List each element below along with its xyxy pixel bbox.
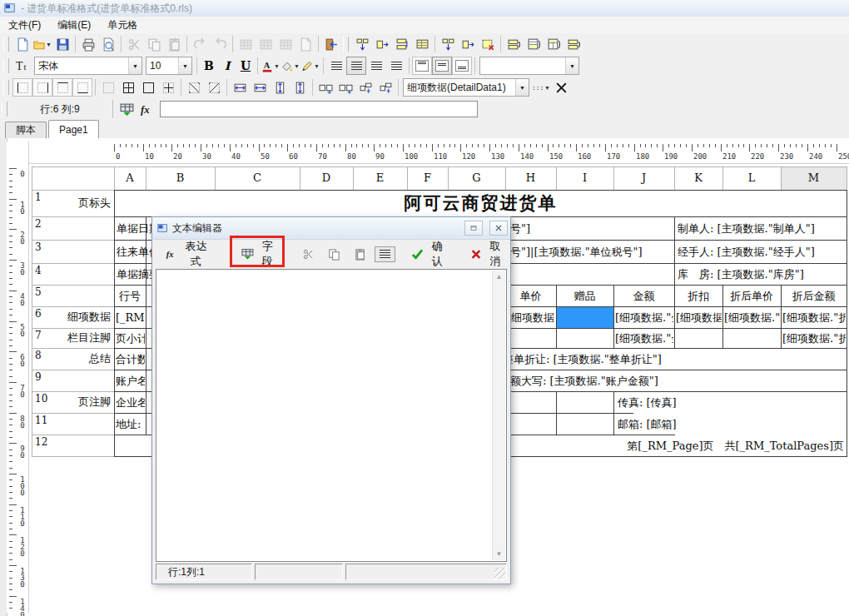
- column-header-a[interactable]: A: [114, 166, 146, 190]
- ruler-tick: [218, 144, 219, 147]
- column-header-d[interactable]: D: [300, 166, 353, 190]
- cell-amount-in-words[interactable]: 金额大写: [主项数据."账户金额"]: [499, 370, 842, 391]
- column-header-c[interactable]: C: [215, 166, 300, 190]
- cell-detail-price[interactable]: [细项数据."单价"]: [507, 307, 555, 328]
- ruler-tick: [593, 144, 594, 147]
- col-title-lineno[interactable]: 行号: [114, 286, 146, 306]
- ruler-tick: [177, 144, 178, 147]
- cell-fax[interactable]: 传真: [传真]: [618, 392, 842, 413]
- cell-report-title[interactable]: 阿可云商贸进货单: [115, 191, 847, 216]
- column-header-i[interactable]: I: [556, 166, 613, 190]
- dialog-paste-button[interactable]: [349, 245, 371, 264]
- ruler-label: 7 0: [17, 385, 27, 398]
- cell-detail-amount[interactable]: [细项数据."金额"]: [615, 307, 673, 328]
- ruler-tick: [755, 144, 756, 147]
- cell-doc-no-tail[interactable]: 号"]: [510, 217, 560, 240]
- ruler-tick: [796, 144, 797, 147]
- ruler-tick: [9, 291, 17, 291]
- ruler-tick: [9, 345, 12, 346]
- cell-detail-disc-price[interactable]: [细项数据."折后单价"]: [724, 307, 780, 328]
- ruler-tick: [9, 431, 12, 432]
- scroll-down-icon[interactable]: ▼: [496, 548, 503, 560]
- ruler-tick: [305, 144, 305, 147]
- ruler-tick: [9, 450, 12, 450]
- ruler-label: 1 1 0: [17, 507, 27, 527]
- ruler-label: 120: [462, 152, 475, 161]
- col-title-price[interactable]: 单价: [506, 286, 555, 306]
- cell-detail-discount[interactable]: [细项数据."折扣"]: [676, 307, 722, 328]
- ruler-tick: [743, 144, 744, 147]
- col-title-disc-price[interactable]: 折后单价: [723, 286, 780, 306]
- row-header-number[interactable]: 2: [35, 218, 42, 230]
- cell-taxno-tail[interactable]: 号"]|[主项数据."单位税号"]: [510, 241, 673, 263]
- row-header-number[interactable]: 4: [35, 265, 42, 276]
- cell-detail-disc-amount[interactable]: [细项数据."折后金额"]: [782, 307, 846, 328]
- ruler-tick: [9, 278, 12, 279]
- ruler-label: 40: [231, 152, 241, 161]
- ruler-label: 190: [664, 152, 678, 161]
- col-title-disc-amount[interactable]: 折后金额: [782, 286, 846, 306]
- cell-subtotal-disc-amount[interactable]: [细项数据."折后金额"]: [782, 329, 846, 348]
- header-grid-line: [32, 263, 114, 264]
- row-header-number[interactable]: 3: [35, 241, 42, 253]
- ruler-tick: [576, 144, 577, 152]
- ruler-tick: [287, 144, 288, 152]
- col-title-discount[interactable]: 折扣: [675, 286, 722, 306]
- dialog-copy-button[interactable]: [323, 245, 345, 264]
- column-header-f[interactable]: F: [407, 166, 448, 190]
- row-header-number[interactable]: 5: [35, 286, 42, 298]
- confirm-button[interactable]: 确认: [406, 236, 452, 272]
- ruler-label: 180: [636, 152, 649, 161]
- col-title-gift[interactable]: 赠品: [557, 286, 613, 306]
- column-header-h[interactable]: H: [505, 166, 556, 190]
- cell-email[interactable]: 邮箱: [邮箱]: [618, 414, 842, 435]
- cell-subtotal-amount[interactable]: [细项数据."金额"]: [615, 329, 673, 348]
- ruler-tick: [519, 144, 519, 152]
- cell-whole-discount[interactable]: 整单折让: [主项数据."整单折让"]: [503, 349, 844, 370]
- ruler-tick: [9, 272, 12, 273]
- ruler-label: 1 0: [17, 201, 27, 215]
- editor-textarea[interactable]: ▲ ▼: [156, 269, 507, 562]
- row-header-number[interactable]: 12: [35, 436, 47, 448]
- ruler-label: 9 0: [17, 445, 27, 459]
- ruler-tick: [9, 529, 12, 529]
- dialog-align-button[interactable]: [375, 246, 395, 262]
- column-header-g[interactable]: G: [448, 166, 505, 190]
- ruler-label: 220: [751, 152, 764, 161]
- ruler-tick: [9, 541, 12, 542]
- ruler-tick: [137, 144, 138, 147]
- dialog-cut-button[interactable]: [297, 245, 320, 264]
- cancel-button[interactable]: 取消: [465, 236, 510, 272]
- column-header-b[interactable]: B: [146, 166, 215, 190]
- col-title-amount[interactable]: 金额: [614, 286, 673, 306]
- band-label: 页标头: [32, 190, 111, 216]
- dialog-restore-button[interactable]: [464, 221, 483, 236]
- dialog-toolbar: 表达式 字段 确认 取消: [152, 239, 510, 269]
- resize-grip[interactable]: [494, 568, 505, 579]
- cell-company-name[interactable]: 企业名称: [116, 392, 145, 413]
- column-header-m[interactable]: M: [781, 166, 847, 190]
- selected-cell[interactable]: [557, 307, 613, 328]
- column-header-l[interactable]: L: [722, 166, 781, 190]
- cell-total-qty[interactable]: 合计数量: [116, 349, 145, 370]
- cell-address[interactable]: 地址: [: [116, 414, 145, 435]
- editor-scrollbar[interactable]: ▲ ▼: [492, 271, 505, 560]
- cell-page-number[interactable]: 第[_RM_Page]页 共[_RM_TotalPages]页: [583, 435, 844, 456]
- ruler-tick: [9, 479, 12, 480]
- row-header-number[interactable]: 11: [35, 415, 47, 426]
- ruler-tick: [322, 144, 323, 147]
- column-header-k[interactable]: K: [674, 166, 722, 190]
- column-header-j[interactable]: J: [613, 166, 674, 190]
- scroll-up-icon[interactable]: ▲: [496, 271, 503, 283]
- dialog-close-button[interactable]: [489, 221, 508, 236]
- row-header-number[interactable]: 9: [35, 371, 42, 383]
- ruler-label: 170: [607, 152, 620, 161]
- cell-handler[interactable]: 经手人: [主项数据."经手人"]: [678, 241, 844, 263]
- column-header-e[interactable]: E: [353, 166, 407, 190]
- cell-item-no[interactable]: [_RM_ItemNo]: [116, 307, 145, 328]
- cell-warehouse[interactable]: 库 房: [主项数据."库房"]: [678, 264, 844, 285]
- cell-maker[interactable]: 制单人: [主项数据."制单人"]: [678, 217, 844, 240]
- expression-button[interactable]: 表达式: [161, 236, 216, 272]
- cell-page-subtotal[interactable]: 页小计:: [116, 329, 145, 348]
- cell-account-name[interactable]: 账户名称: [116, 370, 145, 391]
